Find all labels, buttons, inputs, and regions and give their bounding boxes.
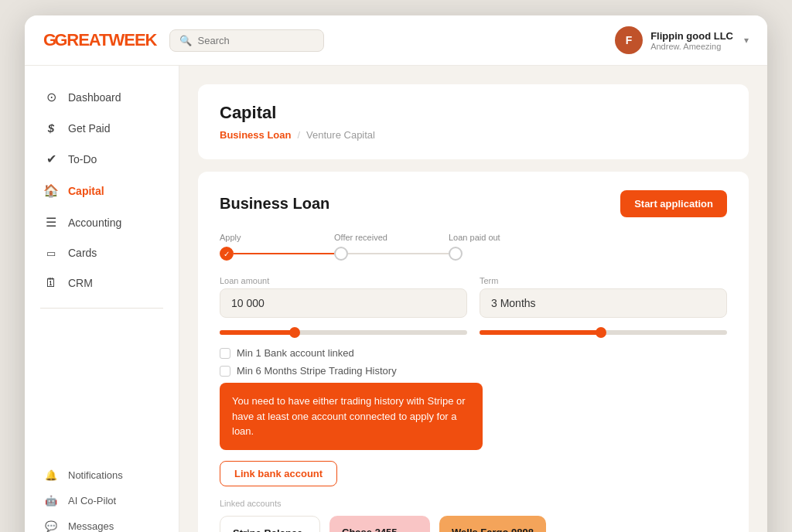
checkbox-stripe-label: Min 6 Months Stripe Trading History [237,365,397,377]
loan-amount-field: Loan amount [220,276,467,318]
step-connector-1 [234,253,334,254]
accounting-icon: ☰ [43,215,59,230]
checkbox-row-2: Min 6 Months Stripe Trading History [220,365,727,377]
step-paidout-dot [449,247,463,261]
account-chase-name: Chase 3455 [342,527,418,533]
cards-icon: ▭ [43,247,59,259]
step-offer-dot [334,247,348,261]
amount-slider[interactable] [220,330,467,335]
term-slider-track [480,330,727,335]
step-connector-2 [348,253,449,254]
get-paid-icon: $ [43,121,59,135]
user-area[interactable]: F Flippin good LLC Andrew. Ameezing ▾ [615,26,749,54]
messages-icon: 💬 [43,520,59,532]
loan-term-input[interactable] [480,288,727,318]
step-offer-row [334,247,449,261]
step-paidout: Loan paid out [449,233,500,261]
checkbox-bank-account[interactable] [220,348,230,359]
notifications-icon: 🔔 [43,469,59,481]
loan-fields: Loan amount Term [220,276,727,318]
amount-slider-thumb[interactable] [289,327,300,338]
amount-slider-track [220,330,467,335]
step-offer-label: Offer received [334,233,387,242]
sidebar-item-label: Notifications [68,469,123,481]
sidebar-item-todo[interactable]: ✔ To-Do [25,143,179,175]
amount-slider-fill [220,330,294,335]
sidebar-item-label: CRM [68,277,93,289]
term-slider-thumb[interactable] [596,327,606,338]
account-wellsfargo-name: Wells Fargo 9898 [452,527,534,533]
sidebar-item-label: Messages [68,520,114,532]
nav-divider [40,308,163,309]
step-apply-label: Apply [220,233,241,242]
user-info: Flippin good LLC Andrew. Ameezing [650,30,733,51]
sidebar-item-cards[interactable]: ▭ Cards [25,238,179,268]
avatar: F [615,26,643,54]
sidebar: ⊙ Dashboard $ Get Paid ✔ To-Do 🏠 Capital… [25,66,179,532]
sidebar-item-accounting[interactable]: ☰ Accounting [25,206,179,238]
step-apply-dot: ✓ [220,247,234,261]
linked-accounts-label: Linked accounts [220,499,727,508]
progress-steps: Apply ✓ Offer received [220,233,727,261]
sidebar-item-label: Cards [68,247,97,259]
breadcrumb-inactive[interactable]: Venture Capital [306,129,375,141]
sidebar-item-label: Capital [68,185,104,197]
loan-term-field: Term [480,276,727,318]
search-icon: 🔍 [179,35,192,46]
nav-bottom: 🔔 Notifications 🤖 AI Co-Pilot 💬 Messages… [25,462,179,533]
account-stripe: Stripe Balance $1 290.00 [220,516,320,533]
step-paidout-label: Loan paid out [449,233,500,242]
header: GGREATWEEK 🔍 F Flippin good LLC Andrew. … [25,15,767,66]
sidebar-item-label: AI Co-Pilot [68,495,116,506]
sidebar-item-messages[interactable]: 💬 Messages [25,513,179,533]
section-title: Business Loan [220,195,329,213]
sidebar-item-dashboard[interactable]: ⊙ Dashboard [25,81,179,113]
sidebar-item-get-paid[interactable]: $ Get Paid [25,113,179,143]
search-input[interactable] [198,35,306,46]
sidebar-item-crm[interactable]: 🗓 CRM [25,268,179,298]
body: ⊙ Dashboard $ Get Paid ✔ To-Do 🏠 Capital… [25,66,767,532]
step-apply-row: ✓ [220,247,334,261]
sidebar-item-notifications[interactable]: 🔔 Notifications [25,462,179,488]
main-content: Capital Business Loan / Venture Capital … [179,66,767,532]
app-logo: GGREATWEEK [43,30,157,50]
term-slider[interactable] [480,330,727,335]
loan-amount-label: Loan amount [220,276,467,285]
user-company: Flippin good LLC [650,30,733,42]
app-window: GGREATWEEK 🔍 F Flippin good LLC Andrew. … [25,15,767,532]
search-bar[interactable]: 🔍 [169,29,324,52]
checkbox-stripe-history[interactable] [220,366,230,377]
account-wellsfargo: Wells Fargo 9898 $18 570.00 [439,516,546,533]
sidebar-item-capital[interactable]: 🏠 Capital [25,175,179,206]
business-loan-card: Business Loan Start application Apply ✓ [198,172,749,532]
warning-box: You need to have either trading history … [220,383,483,450]
loan-amount-input[interactable] [220,288,467,318]
chevron-down-icon: ▾ [744,35,749,46]
term-slider-fill [480,330,603,335]
sidebar-item-label: Get Paid [68,122,110,135]
accounts-row: Stripe Balance $1 290.00 Chase 3455 $398… [220,516,727,533]
capital-icon: 🏠 [43,183,59,198]
section-header: Business Loan Start application [220,190,727,217]
breadcrumb-separator: / [297,129,300,141]
todo-icon: ✔ [43,152,59,166]
sidebar-item-label: Accounting [68,217,121,229]
sliders-row [220,330,727,335]
sidebar-item-label: To-Do [68,153,97,165]
sidebar-item-label: Dashboard [68,91,121,104]
ai-copilot-icon: 🤖 [43,495,59,506]
step-offer: Offer received [334,233,449,261]
user-name: Andrew. Ameezing [650,42,733,51]
breadcrumb: Business Loan / Venture Capital [220,129,727,141]
warning-text: You need to have either trading history … [232,395,466,437]
start-application-button[interactable]: Start application [620,190,727,217]
breadcrumb-active[interactable]: Business Loan [220,129,291,141]
sidebar-item-ai-copilot[interactable]: 🤖 AI Co-Pilot [25,488,179,513]
link-bank-button[interactable]: Link bank account [220,461,337,486]
dashboard-icon: ⊙ [43,90,59,104]
checkbox-row-1: Min 1 Bank account linked [220,347,727,359]
loan-term-label: Term [480,276,727,285]
account-chase: Chase 3455 $398 109.50 [329,516,430,533]
step-paidout-row [449,247,463,261]
step-apply: Apply ✓ [220,233,334,261]
